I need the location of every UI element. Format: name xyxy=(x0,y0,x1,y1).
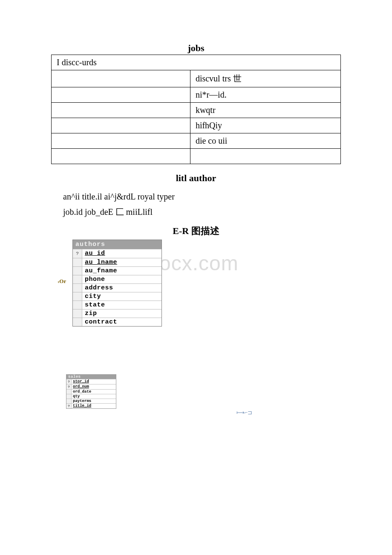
field-au-id: au_id xyxy=(82,249,161,258)
key-col xyxy=(66,394,72,399)
key-col xyxy=(73,292,82,301)
table-row: ? stor_id xyxy=(66,379,116,384)
field-qty: qty xyxy=(72,394,116,399)
cell: hifhQiy xyxy=(190,118,340,133)
cell: die co uii xyxy=(190,133,340,149)
text-line-1: an^ii title.il ai^j&rdL royal typer xyxy=(63,190,341,203)
key-col xyxy=(73,309,82,318)
table-row: city xyxy=(73,292,161,301)
table-row xyxy=(52,149,341,164)
table-row: discvul trs 世 xyxy=(52,70,341,87)
field-title-id: title_id xyxy=(72,404,116,408)
field-contract: contract xyxy=(82,318,161,326)
text-line-2: job.id job_deE 匚 miiLlifl xyxy=(63,205,341,219)
key-icon: ? xyxy=(66,379,72,384)
field-stor-id: stor_id xyxy=(72,379,116,384)
key-icon: ? xyxy=(73,249,82,258)
key-col xyxy=(73,275,82,283)
table-row: payterms xyxy=(66,399,116,403)
cell xyxy=(190,149,340,164)
field-au-lname: au_lname xyxy=(82,258,161,266)
heading-litl-author: litl author xyxy=(51,173,341,184)
cell xyxy=(52,149,190,164)
key-col xyxy=(73,258,82,266)
table-row: state xyxy=(73,301,161,309)
table-row: kwqtr xyxy=(52,103,341,118)
key-col xyxy=(73,318,82,326)
sales-entity-box: sales ? stor_id ? ord_num ord_date qty p… xyxy=(66,374,116,409)
table-row: contract xyxy=(73,318,161,326)
jobs-table: I discc-urds discvul trs 世 ni*r—id. kwqt… xyxy=(51,55,341,164)
key-col xyxy=(73,284,82,292)
key-icon: ? xyxy=(66,384,72,389)
cell: I discc-urds xyxy=(52,55,341,70)
table-row: ord_date xyxy=(66,389,116,394)
table-row: zip xyxy=(73,309,161,318)
field-payterms: payterms xyxy=(72,399,116,403)
table-row: au_fname xyxy=(73,266,161,275)
field-ord-num: ord_num xyxy=(72,384,116,389)
cell: discvul trs 世 xyxy=(190,70,340,87)
key-col xyxy=(66,390,72,394)
authors-entity-box: authors ? au_id au_lname au_fname phone … xyxy=(72,240,162,327)
field-address: address xyxy=(82,284,161,292)
table-row: I discc-urds xyxy=(52,55,341,70)
sales-title: sales xyxy=(66,375,116,379)
table-row: qty xyxy=(66,394,116,399)
field-state: state xyxy=(82,301,161,309)
table-row: ? ord_num xyxy=(66,384,116,389)
table-row: address xyxy=(73,283,161,292)
table-row: ? au_id xyxy=(73,249,161,258)
heading-jobs: jobs xyxy=(51,43,341,54)
relationship-icon: ‹Or xyxy=(58,278,66,285)
cell xyxy=(52,70,190,87)
key-icon: ? xyxy=(66,404,72,408)
key-col xyxy=(73,267,82,275)
cell xyxy=(52,103,190,118)
field-au-fname: au_fname xyxy=(82,267,161,275)
table-row: hifhQiy xyxy=(52,118,341,133)
small-relationship-icon: ⟼⌐⊐ xyxy=(236,409,252,416)
cell xyxy=(52,87,190,103)
table-row: phone xyxy=(73,275,161,283)
cell: ni*r—id. xyxy=(190,87,340,103)
field-phone: phone xyxy=(82,275,161,283)
key-col xyxy=(66,399,72,403)
table-row: ? title_id xyxy=(66,403,116,408)
table-row: ni*r—id. xyxy=(52,87,341,103)
field-ord-date: ord_date xyxy=(72,390,116,394)
field-city: city xyxy=(82,292,161,301)
cell xyxy=(52,118,190,133)
authors-title: authors xyxy=(73,240,161,249)
table-row: die co uii xyxy=(52,133,341,149)
cell: kwqtr xyxy=(190,103,340,118)
field-zip: zip xyxy=(82,309,161,318)
cell xyxy=(52,133,190,149)
table-row: au_lname xyxy=(73,258,161,266)
key-col xyxy=(73,301,82,309)
heading-er: E-R 图描述 xyxy=(51,225,341,237)
